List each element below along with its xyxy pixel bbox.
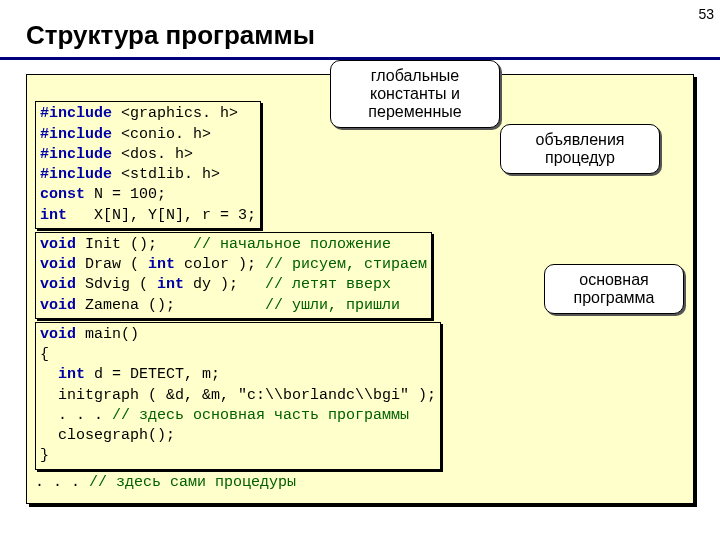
code-text: Draw (	[76, 256, 148, 273]
code-text: <graphics. h>	[112, 105, 238, 122]
kw-const: const	[40, 186, 85, 203]
kw-void: void	[40, 236, 76, 253]
kw-int: int	[58, 366, 85, 383]
comment: // ушли, пришли	[265, 297, 400, 314]
callout-main-program: основная программа	[544, 264, 684, 314]
kw-int: int	[148, 256, 175, 273]
code-text: closegraph();	[40, 427, 175, 444]
kw-include: #include	[40, 105, 112, 122]
callout-globals: глобальные константы и переменные	[330, 60, 500, 128]
code-text: <dos. h>	[112, 146, 193, 163]
code-text: main()	[76, 326, 139, 343]
page-number: 53	[698, 6, 714, 22]
kw-void: void	[40, 297, 76, 314]
code-text: Zamena ();	[76, 297, 265, 314]
kw-void: void	[40, 256, 76, 273]
code-text: <conio. h>	[112, 126, 211, 143]
code-text: dy );	[184, 276, 265, 293]
code-text	[40, 366, 58, 383]
comment: // начальное положение	[193, 236, 391, 253]
comment: // рисуем, стираем	[265, 256, 427, 273]
code-text: {	[40, 346, 49, 363]
code-text: d = DETECT, m;	[85, 366, 220, 383]
code-text: . . .	[35, 474, 89, 491]
kw-include: #include	[40, 166, 112, 183]
kw-int: int	[40, 207, 67, 224]
comment: // здесь сами процедуры	[89, 474, 296, 491]
callout-procedures-decl: объявления процедур	[500, 124, 660, 174]
kw-void: void	[40, 276, 76, 293]
code-text: initgraph ( &d, &m, "c:\\borlandc\\bgi" …	[40, 387, 436, 404]
code-text: X[N], Y[N], r = 3;	[67, 207, 256, 224]
comment: // здесь основная часть программы	[112, 407, 409, 424]
kw-void: void	[40, 326, 76, 343]
code-text: Sdvig (	[76, 276, 157, 293]
code-text: color );	[175, 256, 265, 273]
page-title: Структура программы	[0, 0, 720, 60]
comment: // летят вверх	[265, 276, 391, 293]
code-text: Init ();	[76, 236, 193, 253]
kw-include: #include	[40, 126, 112, 143]
kw-int: int	[157, 276, 184, 293]
code-text: <stdlib. h>	[112, 166, 220, 183]
code-text: }	[40, 447, 49, 464]
code-text: N = 100;	[85, 186, 166, 203]
code-text: . . .	[40, 407, 112, 424]
kw-include: #include	[40, 146, 112, 163]
